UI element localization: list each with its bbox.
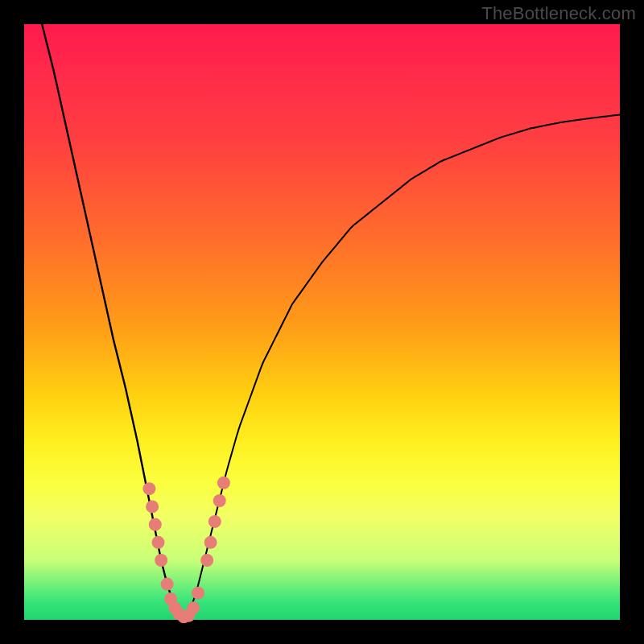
data-marker xyxy=(217,477,230,489)
data-marker xyxy=(200,554,213,567)
data-marker xyxy=(152,536,165,549)
data-marker xyxy=(161,578,174,591)
data-marker xyxy=(213,494,226,507)
data-marker xyxy=(204,536,217,549)
curve-right-branch xyxy=(185,114,620,620)
watermark-text: TheBottleneck.com xyxy=(481,3,636,24)
data-marker xyxy=(146,500,159,513)
data-marker xyxy=(192,587,204,600)
data-marker xyxy=(187,601,200,614)
data-marker xyxy=(208,515,221,528)
data-marker xyxy=(149,518,162,531)
data-marker xyxy=(142,482,155,495)
curve-layer xyxy=(42,24,620,620)
chart-frame: TheBottleneck.com xyxy=(0,0,644,644)
plot-area xyxy=(24,24,620,620)
curve-left-branch xyxy=(42,24,185,620)
chart-svg xyxy=(24,24,620,620)
data-marker xyxy=(155,554,167,567)
marker-layer xyxy=(142,477,230,624)
